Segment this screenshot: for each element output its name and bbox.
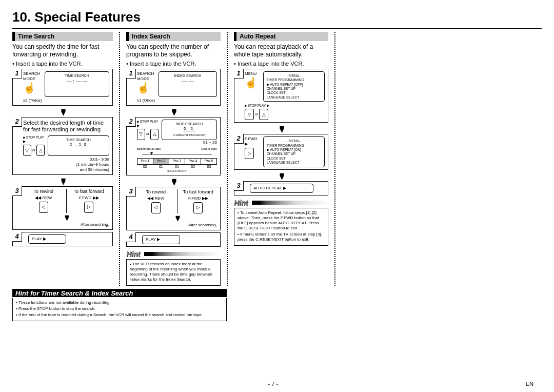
stop-play-label: ■ STOP PLAY ▶ (23, 135, 45, 144)
hint-bottom-heading: Hint for Timer Search & Index Search (12, 289, 227, 297)
intro-time: You can specify the time for fast forwar… (12, 43, 113, 58)
rewind-label: To rewind (146, 189, 166, 194)
x1-note: x1 (Once) (137, 98, 217, 103)
arrow-down-icon: ▾▾▾ (234, 125, 328, 133)
screen-title: INDEX SEARCH (165, 122, 213, 126)
intro-index: You can specify the number of programs t… (126, 43, 221, 58)
rewind-label: To rewind (33, 189, 53, 194)
heading-time: Time Search (15, 32, 113, 41)
time-step-1: 1 SEARCH MODE TIME SEARCH — : — — x2 (Tw… (12, 69, 113, 106)
index-step-3: 3 To rewind◀◀ REW ◁ To fast forwardF.FWD… (126, 187, 221, 230)
arrow-down-icon: ▾▾▾ (12, 177, 113, 185)
col-index-search: Index Search You can specify the number … (120, 32, 228, 286)
bullet-repeat: Insert a tape into the VCR. (234, 61, 328, 67)
screen-title: INDEX SEARCH (162, 73, 213, 78)
program-row: Pro.1 Pro.2 Pro.3 Pro.4 Pro.5 (137, 158, 217, 165)
step2-text: Select the desired length of time for fa… (23, 120, 109, 134)
press-hand-icon (245, 76, 256, 90)
col-auto-repeat: Auto Repeat You can repeat playback of a… (228, 32, 335, 286)
page-number: - 7 - (268, 381, 279, 387)
current-program-label: CURRENT PROGRAM (165, 133, 213, 138)
index-step-1: 1 SEARCH MODE INDEX SEARCH — — x1 (Once) (126, 69, 221, 106)
index-step-4: 4 PLAY ▶ (126, 232, 221, 247)
bullet-index: Insert a tape into the VCR. (126, 61, 221, 67)
search-mode-label: SEARCH MODE (23, 71, 42, 82)
stop-play-label: ■ STOP PLAY ▶ (245, 104, 325, 108)
auto-repeat-indicator: AUTO REPEAT ▶ (250, 184, 313, 193)
menu-title: -MENU- (267, 73, 321, 78)
press-hand-icon (23, 82, 34, 95)
screen-title: TIME SEARCH (51, 138, 106, 142)
repeat-step-2: 2 F.FWD ▶ ▷ -MENU- TIMER PROGRAMMING ▶ A… (234, 134, 328, 169)
hint-heading-repeat: Hint (234, 199, 328, 207)
columns: Time Search You can specify the time for… (12, 32, 542, 286)
intro-repeat: You can repeat playback of a whole tape … (234, 43, 328, 58)
hint-box-repeat: To cancel Auto Repeat, follow steps [1]-… (234, 208, 328, 246)
ffwd-label: To fast forward (183, 189, 213, 194)
time-range: 0:01~ 9:59 (1 minute~9 hours and 59 minu… (23, 157, 109, 172)
ffwd-btn-label: F.FWD ▶ (245, 136, 260, 147)
index-mark-label: INDEX MARK (137, 169, 217, 173)
x2-note: x2 (Twice) (23, 98, 109, 103)
bullet-time: Insert a tape into the VCR. (12, 61, 113, 67)
repeat-step-1: 1 MENU -MENU- TIMER PROGRAMMING ▶ AUTO R… (234, 69, 328, 123)
footer: - 7 - EN (0, 381, 554, 387)
hint-box-index: The VCR records an index mark at the beg… (126, 259, 221, 286)
section-heading-time: Time Search (12, 32, 113, 41)
screen-title: TIME SEARCH (48, 73, 106, 78)
time-step-3: 3 To rewind◀◀ REW ◁ To fast forwardF.FWD… (12, 186, 113, 230)
hint-bottom-box: These functions are not available during… (12, 298, 227, 321)
search-mode-label: SEARCH MODE (137, 71, 155, 82)
press-hand-icon (137, 82, 148, 95)
play-indicator: PLAY ▶ (142, 235, 180, 244)
col-blank (335, 32, 542, 286)
ffwd-label: To fast forward (74, 189, 104, 194)
hint-heading-index: Hint (126, 250, 221, 258)
arrow-down-icon: ▾▾▾ (126, 178, 221, 186)
index-step-2: 2 ■ STOP PLAY ▶ ▽or△ INDEX SEARCH 0 3 CU… (126, 117, 221, 176)
heading-repeat: Auto Repeat (236, 32, 328, 41)
tape-arrow-icon (137, 152, 217, 157)
heading-index: Index Search (129, 32, 221, 41)
arrow-down-icon: ▾▾▾ (234, 172, 328, 180)
index-value: 0 3 (184, 126, 195, 131)
menu-title: -MENU- (267, 139, 321, 143)
play-indicator: PLAY ▶ (28, 234, 66, 244)
section-heading-repeat: Auto Repeat (234, 32, 328, 41)
lang-code: EN (526, 381, 533, 387)
time-value: 2 : 5 0 (70, 142, 87, 147)
repeat-step-3: 3 AUTO REPEAT ▶ (234, 181, 328, 195)
hint-bottom-wrap: Hint for Timer Search & Index Search The… (12, 289, 227, 321)
arrow-down-icon: ▾▾▾ (126, 108, 221, 116)
section-heading-index: Index Search (126, 32, 221, 41)
menu-btn-label: MENU (245, 71, 260, 76)
end-tape-label: End of tape (201, 147, 217, 151)
begin-tape-label: Beginning of tape (137, 147, 161, 151)
page-title: 10. Special Features (12, 9, 542, 25)
time-step-2: 2 Select the desired length of time for … (12, 117, 113, 175)
arrow-down-icon: ▾▾▾ (12, 108, 113, 116)
index-range: 01 ~ 20 (137, 140, 217, 145)
title-rule (12, 28, 542, 29)
time-step-4: 4 PLAY ▶ (12, 232, 113, 246)
col-time-search: Time Search You can specify the time for… (12, 32, 120, 286)
stop-play-label: ■ STOP PLAY ▶ (137, 120, 159, 128)
